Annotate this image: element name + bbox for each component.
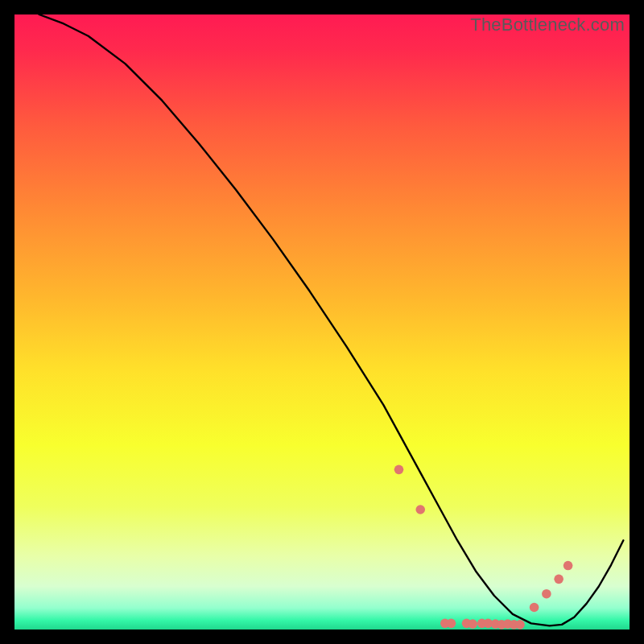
marker-dot xyxy=(394,465,404,475)
marker-dot xyxy=(564,561,573,571)
marker-dot xyxy=(554,575,564,584)
marker-dot xyxy=(515,620,525,630)
marker-dot xyxy=(447,619,456,629)
gradient-background xyxy=(14,14,630,630)
marker-dot xyxy=(530,603,539,613)
marker-dot xyxy=(415,505,425,514)
chart-frame: TheBottleneck.com xyxy=(14,14,630,630)
marker-dot xyxy=(468,619,477,629)
chart-canvas xyxy=(14,14,630,630)
marker-dot xyxy=(542,589,551,599)
